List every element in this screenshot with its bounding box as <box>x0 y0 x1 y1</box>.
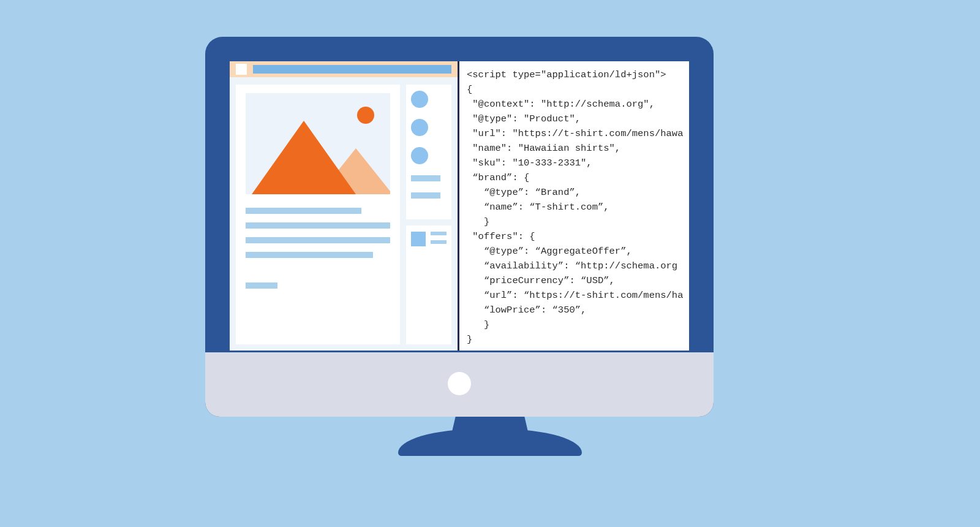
code-line: <script type="application/ld+json"> <box>467 69 666 80</box>
code-line: “@type”: “Brand”, <box>467 187 581 198</box>
avatar-dot <box>411 119 428 136</box>
code-line: "name": "Hawaiian shirts", <box>467 143 620 154</box>
screen: <script type="application/ld+json"> { "@… <box>230 61 689 351</box>
code-line: } <box>467 334 472 345</box>
mountain-icon-large <box>252 121 356 194</box>
text-line <box>246 282 277 289</box>
text-line <box>246 222 390 229</box>
code-line: "@context": "http://schema.org", <box>467 99 655 110</box>
sidebar-card-bottom <box>406 226 451 344</box>
code-line: “brand”: { <box>467 172 529 183</box>
text-placeholder-lines <box>246 208 390 289</box>
code-line: “lowPrice”: “350”, <box>467 305 586 316</box>
code-line: “availability”: “http://schema.org <box>467 260 677 271</box>
mini-line <box>431 232 447 235</box>
monitor-foot <box>398 429 582 456</box>
page-sidebar <box>406 85 451 344</box>
browser-top-bar <box>230 61 458 77</box>
avatar-dot <box>411 147 428 164</box>
code-line: "url": "https://t-shirt.com/mens/hawa <box>467 128 683 139</box>
sidebar-card-top <box>406 85 451 219</box>
sidebar-line <box>411 192 440 199</box>
illustration-stage: <script type="application/ld+json"> { "@… <box>0 0 980 527</box>
avatar-dot <box>411 91 428 108</box>
code-line: “name”: “T-shirt.com”, <box>467 202 609 213</box>
code-line: “priceCurrency”: “USD”, <box>467 275 615 286</box>
app-icon <box>236 64 247 75</box>
content-card <box>236 85 400 344</box>
text-line <box>246 208 361 214</box>
code-pane: <script type="application/ld+json"> { "@… <box>459 61 689 351</box>
code-line: “url”: “https://t-shirt.com/mens/ha <box>467 290 683 301</box>
monitor: <script type="application/ld+json"> { "@… <box>205 37 714 417</box>
mini-lines <box>431 232 447 244</box>
sun-icon <box>357 107 374 124</box>
text-line <box>246 237 390 243</box>
code-line: "@type": "Product", <box>467 113 581 124</box>
url-bar <box>253 65 451 74</box>
page-body <box>236 85 451 344</box>
mini-line <box>431 240 447 244</box>
code-line: "sku": "10-333-2331", <box>467 157 592 169</box>
sidebar-line <box>411 175 440 181</box>
code-line: } <box>467 216 489 227</box>
monitor-camera-dot <box>448 372 471 395</box>
code-line: { <box>467 84 472 95</box>
code-line: } <box>467 319 489 330</box>
hero-image-placeholder <box>246 93 390 194</box>
json-ld-code: <script type="application/ld+json"> { "@… <box>467 67 682 347</box>
monitor-chin <box>205 352 714 417</box>
code-line: “@type”: “AggregateOffer”, <box>467 246 632 257</box>
code-line: "offers": { <box>467 231 535 242</box>
text-line <box>246 252 373 258</box>
thumbnail-square <box>411 232 426 246</box>
page-preview-pane <box>230 61 459 351</box>
